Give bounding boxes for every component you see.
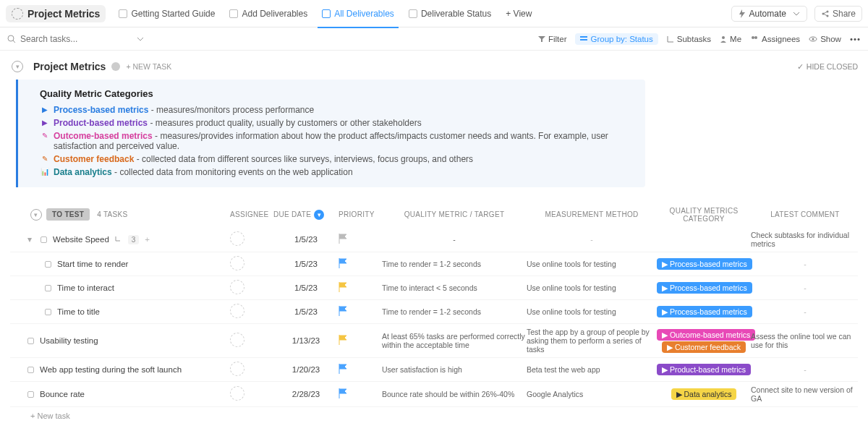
due-date[interactable]: 2/28/23 xyxy=(273,390,339,398)
tab-deliverable-status[interactable]: Deliverable Status xyxy=(401,0,498,27)
person-icon xyxy=(720,35,727,43)
status-square[interactable] xyxy=(45,261,51,268)
assignee-placeholder[interactable] xyxy=(230,362,244,376)
filter-icon xyxy=(538,35,545,43)
metric-badge[interactable]: ▶ Product-based metrics xyxy=(657,364,751,375)
status-pill[interactable]: TO TEST xyxy=(46,208,90,221)
svg-point-3 xyxy=(8,35,14,41)
metric-badge[interactable]: ▶ Data analytics xyxy=(671,388,737,400)
chevron-down-icon[interactable]: ▾ xyxy=(27,234,32,244)
search-icon xyxy=(7,35,16,43)
me-button[interactable]: Me xyxy=(720,35,741,43)
task-row[interactable]: Time to title 1/5/23 Time to render = 1-… xyxy=(10,300,858,324)
add-subtask-button[interactable]: + xyxy=(145,235,150,244)
priority-flag-icon[interactable] xyxy=(339,335,347,345)
category-icon: ✎ xyxy=(40,131,49,140)
priority-flag-icon[interactable] xyxy=(339,282,347,292)
share-icon xyxy=(821,9,830,18)
latest-comment: Connect site to new version of GA xyxy=(751,385,859,403)
tab-all-deliverables[interactable]: All Deliverables xyxy=(315,0,401,27)
new-task-button[interactable]: + NEW TASK xyxy=(126,62,171,71)
people-icon xyxy=(750,35,759,43)
status-square[interactable] xyxy=(27,338,34,344)
new-task-row[interactable]: + New task xyxy=(10,407,858,431)
due-date[interactable]: 1/20/23 xyxy=(273,365,339,374)
priority-flag-icon[interactable] xyxy=(339,388,347,398)
collapse-group-button[interactable]: ▾ xyxy=(30,209,42,221)
col-comment: LATEST COMMENT xyxy=(751,210,859,218)
doc-icon xyxy=(229,9,238,18)
more-button[interactable]: ••• xyxy=(850,35,861,43)
task-row[interactable]: Usability testing 1/13/23 At least 65% t… xyxy=(10,324,858,358)
automate-button[interactable]: Automate xyxy=(731,6,807,22)
latest-comment: - xyxy=(751,365,859,374)
group-icon xyxy=(580,35,587,43)
svg-rect-5 xyxy=(580,39,587,40)
col-assignee: ASSIGNEE xyxy=(230,210,273,218)
subtask-count[interactable]: 3 xyxy=(128,235,140,244)
assignee-placeholder[interactable] xyxy=(230,386,244,401)
priority-flag-icon[interactable] xyxy=(339,306,347,316)
task-name: Website Speed xyxy=(53,235,109,244)
filter-button[interactable]: Filter xyxy=(538,35,567,43)
category-icon: ▶ xyxy=(40,118,49,127)
subtasks-button[interactable]: Subtasks xyxy=(667,35,711,43)
metric-badge[interactable]: ▶ Process-based metrics xyxy=(657,258,752,270)
due-date[interactable]: 1/13/23 xyxy=(273,336,339,345)
assignee-placeholder[interactable] xyxy=(230,280,244,294)
collapse-all-button[interactable]: ▾ xyxy=(12,61,23,72)
quality-target: Bounce rate should be within 26%-40% xyxy=(382,390,527,398)
status-square[interactable] xyxy=(27,391,34,398)
tab-add-deliverables[interactable]: Add Deliverables xyxy=(222,0,315,27)
measurement-method: Test the app by a group of people by ask… xyxy=(527,328,657,354)
task-row[interactable]: Time to interact 1/5/23 Time to interact… xyxy=(10,276,858,300)
metric-badge[interactable]: ▶ Process-based metrics xyxy=(657,282,752,294)
share-button[interactable]: Share xyxy=(814,6,862,22)
col-method: MEASUREMENT METHOD xyxy=(527,210,657,218)
task-row[interactable]: Web app testing during the soft launch 1… xyxy=(10,358,858,382)
due-date[interactable]: 1/5/23 xyxy=(273,260,339,268)
chevron-down-icon[interactable] xyxy=(136,35,145,43)
priority-flag-icon[interactable] xyxy=(339,234,347,244)
assignee-placeholder[interactable] xyxy=(230,231,244,246)
measurement-method: Google Analytics xyxy=(527,390,657,398)
search[interactable] xyxy=(7,34,145,44)
status-square[interactable] xyxy=(45,309,51,315)
due-date[interactable]: 1/5/23 xyxy=(273,235,339,244)
info-heading: Quality Metric Categories xyxy=(40,88,624,99)
group-by-button[interactable]: Group by: Status xyxy=(575,33,658,45)
assignee-placeholder[interactable] xyxy=(230,304,244,318)
status-square[interactable] xyxy=(27,367,34,373)
show-button[interactable]: Show xyxy=(809,35,841,43)
col-category: QUALITY METRICS CATEGORY xyxy=(657,207,751,223)
hide-closed-button[interactable]: ✓ HIDE CLOSED xyxy=(797,62,858,71)
quality-target: Time to render = 1-2 seconds xyxy=(382,260,527,268)
col-due[interactable]: DUE DATE▾ xyxy=(273,210,339,220)
priority-flag-icon[interactable] xyxy=(339,364,347,374)
status-square[interactable] xyxy=(45,285,51,291)
task-row[interactable]: Bounce rate 2/28/23 Bounce rate should b… xyxy=(10,382,858,407)
priority-flag-icon[interactable] xyxy=(339,258,347,268)
assignee-placeholder[interactable] xyxy=(230,256,244,270)
task-name: Web app testing during the soft launch xyxy=(40,365,182,374)
description-box: Quality Metric Categories ▶Process-based… xyxy=(16,80,645,187)
assignees-button[interactable]: Assignees xyxy=(750,35,800,43)
due-date[interactable]: 1/5/23 xyxy=(273,283,339,292)
task-row[interactable]: Start time to render 1/5/23 Time to rend… xyxy=(10,252,858,276)
assignee-placeholder[interactable] xyxy=(230,333,244,347)
subtask-icon xyxy=(115,236,122,243)
metric-badge[interactable]: ▶ Customer feedback xyxy=(662,341,746,353)
category-icon: ▶ xyxy=(40,105,49,114)
tab-getting-started[interactable]: Getting Started Guide xyxy=(111,0,222,27)
info-icon[interactable] xyxy=(111,62,120,71)
metric-badge[interactable]: ▶ Process-based metrics xyxy=(657,306,752,317)
metric-badge[interactable]: ▶ Outcome-based metrics xyxy=(657,329,755,341)
category-icon: 📊 xyxy=(40,167,49,176)
add-view-button[interactable]: + View xyxy=(498,0,539,27)
task-row[interactable]: ▾Website Speed 3 + 1/5/23 - - Check subt… xyxy=(10,227,858,252)
status-square[interactable] xyxy=(41,236,47,243)
due-date[interactable]: 1/5/23 xyxy=(273,307,339,316)
latest-comment: Check subtasks for individual metrics xyxy=(751,231,859,248)
list-title-chip[interactable]: Project Metrics xyxy=(6,5,106,22)
search-input[interactable] xyxy=(20,34,129,44)
